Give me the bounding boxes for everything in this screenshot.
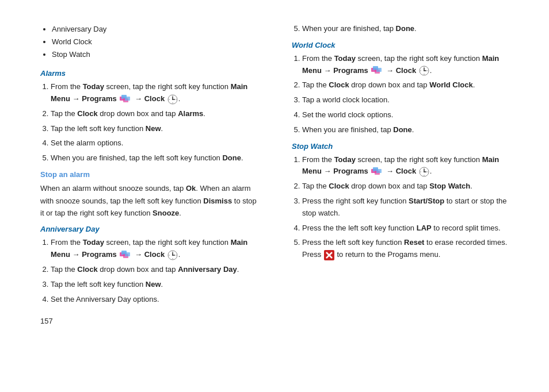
anniversary-day-heading: Anniversary Day [40,225,257,233]
clock-icon-2 [167,250,178,260]
alarms-step-1: From the Today screen, tap the right sof… [51,81,257,105]
left-column: Anniversary Day World Clock Stop Watch A… [35,23,263,325]
world-clock-step-4: Set the world clock options. [302,109,509,121]
svg-point-21 [172,255,173,256]
svg-point-47 [424,171,425,172]
svg-point-24 [169,255,170,256]
world-clock-steps: From the Today screen, tap the right sof… [302,53,509,136]
anniversary-steps: From the Today screen, tap the right sof… [51,237,257,305]
svg-rect-3 [125,97,130,101]
svg-point-36 [424,74,425,75]
alarms-step-5: When you are finished, tap the left soft… [51,152,257,164]
right-column: When your are finished, tap Done. World … [286,23,514,325]
svg-point-34 [424,70,425,71]
svg-point-11 [169,99,170,100]
svg-rect-42 [376,169,382,173]
svg-point-23 [172,258,173,259]
svg-point-8 [172,99,173,100]
alarms-steps: From the Today screen, tap the right sof… [51,81,257,164]
page: Anniversary Day World Clock Stop Watch A… [0,0,549,348]
svg-point-49 [424,175,425,176]
stop-watch-step-1: From the Today screen, tap the right sof… [302,154,509,178]
svg-point-9 [172,95,173,97]
stop-watch-step-3: Press the right soft key function Start/… [302,195,509,220]
svg-point-22 [172,251,173,252]
stop-watch-step-2: Tap the Clock drop down box and tap Stop… [302,180,509,193]
clock-icon-1 [167,94,178,105]
anniversary-step-3: Tap the left soft key function New. [51,279,257,291]
bullet-world-clock: World Clock [52,36,257,48]
svg-point-10 [172,102,173,103]
clock-icon-4 [419,167,429,177]
clock-icon-3 [419,66,429,76]
alarms-heading: Alarms [40,69,257,78]
programs-icon-2 [119,250,132,260]
world-clock-step-5: When you are finished, tap Done. [302,124,509,136]
programs-icon-3 [371,66,383,76]
programs-icon-4 [371,167,383,177]
stop-alarm-text: When an alarm without snooze sounds, tap… [40,182,257,219]
programs-icon-1 [119,94,132,105]
stop-watch-heading: Stop Watch [292,142,509,151]
world-clock-heading: World Clock [292,41,509,49]
alarms-step-3: Tap the left soft key function New. [51,123,257,135]
svg-point-38 [427,70,428,71]
bullet-anniversary-day: Anniversary Day [52,23,257,36]
anniversary-right-steps: When your are finished, tap Done. [302,23,509,35]
svg-rect-16 [125,252,130,256]
stop-alarm-heading: Stop an alarm [40,170,257,179]
anniversary-step-4: Set the Anniversary Day options. [51,294,257,306]
world-clock-step-2: Tap the Clock drop down box and tap Worl… [302,79,509,91]
page-number: 157 [40,317,257,325]
svg-point-51 [427,171,428,172]
svg-point-48 [424,168,425,169]
stop-watch-steps: From the Today screen, tap the right sof… [302,154,509,261]
svg-point-25 [176,255,177,256]
bullet-stop-watch: Stop Watch [52,48,257,61]
svg-point-37 [420,70,421,71]
stop-watch-step-4: Press the the left soft key function LAP… [302,222,509,235]
alarms-step-2: Tap the Clock drop down box and tap Alar… [51,108,257,120]
world-clock-step-3: Tap a world clock location. [302,94,509,106]
svg-rect-29 [376,68,382,72]
x-icon [324,250,334,260]
anniversary-step-1: From the Today screen, tap the right sof… [51,237,257,261]
anniversary-step-2: Tap the Clock drop down box and tap Anni… [51,264,257,276]
svg-point-12 [176,99,177,100]
alarms-step-4: Set the alarm options. [51,137,257,149]
world-clock-step-1: From the Today screen, tap the right sof… [302,53,509,77]
svg-point-35 [424,67,425,68]
anniversary-step-5: When your are finished, tap Done. [302,23,509,35]
svg-point-50 [420,171,421,172]
intro-bullet-list: Anniversary Day World Clock Stop Watch [52,23,257,61]
stop-watch-step-5: Press the left soft key function Reset t… [302,237,509,261]
